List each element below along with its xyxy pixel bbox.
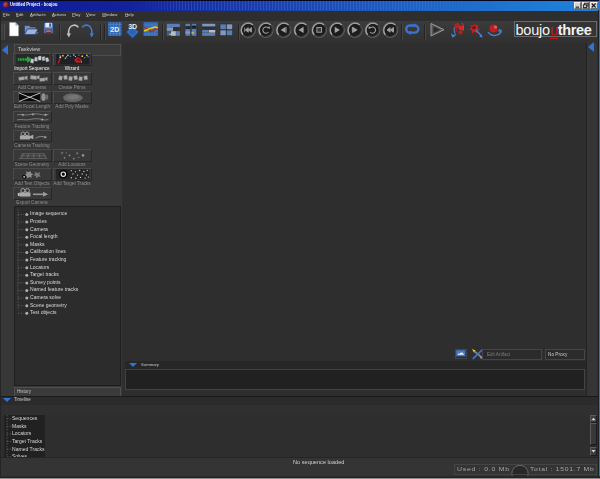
- svg-text:2D: 2D: [110, 26, 119, 33]
- svg-text:3D: 3D: [128, 23, 137, 30]
